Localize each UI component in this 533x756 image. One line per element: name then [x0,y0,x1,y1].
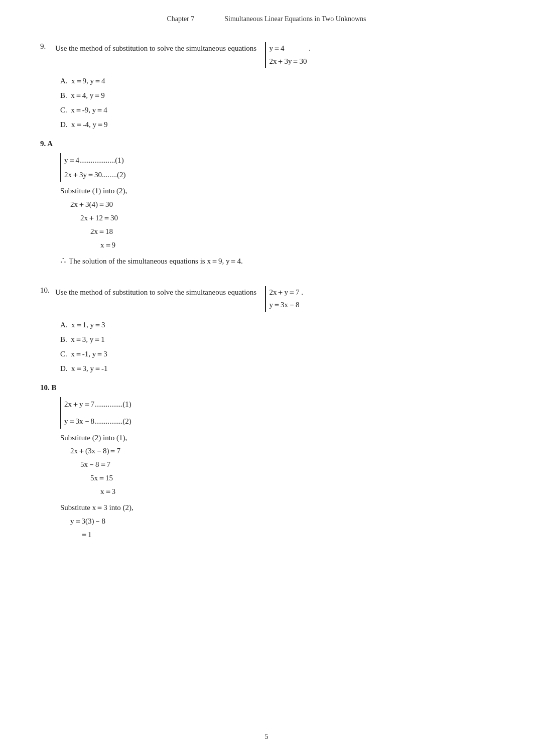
question-9: 9. Use the method of substitution to sol… [40,42,493,131]
q9-number: 9. [40,42,55,51]
answer-9: 9. A y＝4...................(1) 2x＋3y＝30.… [40,140,493,266]
q10-sub2-text: Substitute x＝3 into (2), [60,501,493,515]
q10-sol-eq1: 2x＋y＝7...............(1) [64,397,131,412]
q10-option-a: A. x＝1, y＝3 [60,319,493,331]
q10-step2-1: y＝3(3)－8 [70,515,493,528]
q9-option-c: C. x＝-9, y＝4 [60,104,493,116]
q10-option-b: B. x＝3, y＝1 [60,333,493,345]
q9-option-b: B. x＝4, y＝9 [60,89,493,101]
q9-solution: y＝4...................(1) 2x＋3y＝30......… [60,153,493,266]
q10-steps2: y＝3(3)－8 ＝1 [60,515,493,542]
q9-text: Use the method of substitution to solve … [55,42,493,68]
q9-step-4: x＝9 [100,238,493,252]
q9-conclusion-text: The solution of the simultaneous equatio… [69,257,243,266]
q10-row: 10. Use the method of substitution to so… [40,286,493,312]
question-10: 10. Use the method of substitution to so… [40,286,493,374]
page-header: Chapter 7 Simultaneous Linear Equations … [40,0,493,28]
q10-options: A. x＝1, y＝3 B. x＝3, y＝1 C. x＝-1, y＝3 D. … [60,319,493,374]
q10-system: 2x＋y＝7 y＝3x－8 [265,286,299,312]
q9-steps: 2x＋3(4)＝30 2x＋12＝30 2x＝18 x＝9 [60,198,493,252]
answer-10: 10. B 2x＋y＝7...............(1) y＝3x－8...… [40,384,493,542]
q9-conclusion: ∴ The solution of the simultaneous equat… [60,255,493,266]
q10-step-4: x＝3 [100,485,493,498]
q9-sol-eq2: 2x＋3y＝30........(2) [64,168,126,182]
q9-step-1: 2x＋3(4)＝30 [70,198,493,211]
q10-solution: 2x＋y＝7...............(1) y＝3x－8.........… [60,397,493,542]
q9-eq1: y＝4 [269,42,307,55]
q10-step-1: 2x＋(3x－8)＝7 [70,444,493,458]
q10-step-3: 5x＝15 [90,471,493,485]
q10-number: 10. [40,286,55,295]
q10-eq2: y＝3x－8 [269,299,299,312]
q9-sub-text: Substitute (1) into (2), [60,185,493,198]
q9-eq2: 2x＋3y＝30 [269,55,307,68]
q9-option-d: D. x＝-4, y＝9 [60,118,493,131]
q10-sol-system: 2x＋y＝7...............(1) y＝3x－8.........… [60,397,131,429]
q10-eq1: 2x＋y＝7 [269,286,299,299]
q9-options: A. x＝9, y＝4 B. x＝4, y＝9 C. x＝-9, y＝4 D. … [60,75,493,131]
answer-9-label: 9. A [40,140,493,148]
answer-10-label: 10. B [40,384,493,392]
q9-step-2: 2x＋12＝30 [80,211,493,225]
q9-row: 9. Use the method of substitution to sol… [40,42,493,68]
q9-step-3: 2x＝18 [90,225,493,238]
q9-system: y＝4 2x＋3y＝30 [265,42,307,68]
q10-option-c: C. x＝-1, y＝3 [60,348,493,360]
q9-sol-system: y＝4...................(1) 2x＋3y＝30......… [60,153,126,182]
q10-steps: 2x＋(3x－8)＝7 5x－8＝7 5x＝15 x＝3 [60,444,493,498]
q10-text: Use the method of substitution to solve … [55,286,493,312]
q10-sub-text: Substitute (2) into (1), [60,432,493,445]
chapter-title: Simultaneous Linear Equations in Two Unk… [224,15,366,23]
chapter-label: Chapter 7 [167,15,194,23]
therefore-symbol: ∴ [60,255,66,266]
q10-sol-eq2: y＝3x－8...............(2) [64,414,131,429]
q10-dot: . [301,288,303,296]
q9-option-a: A. x＝9, y＝4 [60,75,493,87]
q10-step2-2: ＝1 [80,528,493,542]
q9-dot: . [309,44,311,52]
page-number: 5 [0,733,533,741]
q10-option-d: D. x＝3, y＝-1 [60,362,493,374]
q9-sol-eq1: y＝4...................(1) [64,153,126,168]
q10-step-2: 5x－8＝7 [80,458,493,471]
